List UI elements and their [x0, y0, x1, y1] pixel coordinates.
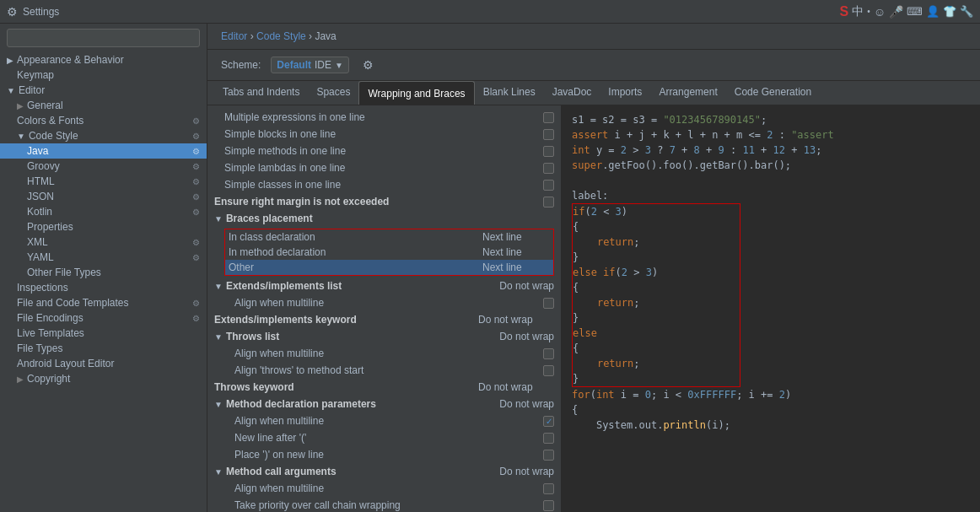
sidebar-item-keymap[interactable]: Keymap: [0, 67, 207, 83]
sidebar-item-inspections[interactable]: Inspections: [0, 280, 207, 295]
icon-wrench[interactable]: 🔧: [960, 5, 973, 18]
checkbox-priority-call-chain[interactable]: [543, 500, 554, 511]
sidebar-item-general[interactable]: ▶ General: [0, 98, 207, 113]
setting-align-multiline-ext[interactable]: Align when multiline: [207, 294, 561, 311]
scheme-label: Scheme:: [221, 59, 261, 71]
setting-label: Align 'throws' to method start: [234, 364, 536, 376]
setting-simple-methods[interactable]: Simple methods in one line: [207, 143, 561, 159]
sidebar-item-appearance[interactable]: ▶ Appearance & Behavior: [0, 52, 207, 67]
sidebar-item-properties[interactable]: Properties: [0, 219, 207, 234]
icon-keyboard[interactable]: ⌨: [907, 5, 923, 18]
section-braces-placement[interactable]: ▼ Braces placement: [207, 210, 561, 227]
sidebar-item-kotlin[interactable]: Kotlin ⚙: [0, 204, 207, 219]
setting-priority-call-chain[interactable]: Take priority over call chain wrapping: [207, 497, 561, 512]
section-method-call-args[interactable]: ▼ Method call arguments Do not wrap: [207, 463, 561, 480]
tab-imports[interactable]: Imports: [600, 81, 650, 105]
sidebar-item-file-types[interactable]: File Types: [0, 341, 207, 356]
title-bar: ⚙ Settings S 中 • ☺ 🎤 ⌨ 👤 👕 🔧: [0, 0, 980, 24]
sidebar-item-xml[interactable]: XML ⚙: [0, 234, 207, 250]
setting-extends-keyword[interactable]: Extends/implements keyword Do not wrap: [207, 311, 561, 328]
search-input[interactable]: [7, 29, 200, 47]
icon-chinese[interactable]: 中: [852, 4, 864, 19]
setting-value: Do not wrap: [478, 314, 554, 326]
section-value: Do not wrap: [499, 331, 554, 342]
sidebar-item-html[interactable]: HTML ⚙: [0, 174, 207, 189]
sidebar-item-file-code-templates[interactable]: File and Code Templates ⚙: [0, 295, 207, 310]
toolbar-icons: S 中 • ☺ 🎤 ⌨ 👤 👕 🔧: [840, 4, 973, 19]
tab-blank-lines[interactable]: Blank Lines: [475, 81, 544, 105]
checkbox-newline-after-paren-decl[interactable]: [543, 433, 554, 444]
checkbox-align-throws[interactable]: [543, 348, 554, 359]
checkbox-multiple-expr[interactable]: [543, 112, 554, 123]
checkbox-simple-lambdas[interactable]: [543, 163, 554, 174]
tab-code-generation[interactable]: Code Generation: [726, 81, 820, 105]
tab-tabs-indents[interactable]: Tabs and Indents: [214, 81, 308, 105]
setting-align-call-args[interactable]: Align when multiline: [207, 480, 561, 497]
section-method-decl-params[interactable]: ▼ Method declaration parameters Do not w…: [207, 396, 561, 412]
checkbox-ensure-margin[interactable]: [543, 197, 554, 207]
breadcrumb-editor[interactable]: Editor: [221, 30, 247, 42]
scheme-select[interactable]: Default IDE ▼: [271, 57, 349, 73]
setting-ensure-margin[interactable]: Ensure right margin is not exceeded: [207, 193, 561, 210]
settings-icon: ⚙: [192, 192, 200, 202]
breadcrumb-code-style[interactable]: Code Style: [256, 30, 306, 42]
checkbox-align-method-decl[interactable]: [543, 416, 554, 427]
section-extends-list[interactable]: ▼ Extends/implements list Do not wrap: [207, 278, 561, 294]
checkbox-simple-blocks[interactable]: [543, 129, 554, 140]
sidebar-item-copyright[interactable]: ▶ Copyright: [0, 371, 207, 386]
sidebar-item-label: Java: [27, 145, 48, 157]
sidebar-item-android-layout[interactable]: Android Layout Editor: [0, 356, 207, 371]
braces-value: Next line: [482, 261, 550, 273]
sidebar-item-code-style[interactable]: ▼ Code Style ⚙: [0, 128, 207, 143]
setting-simple-lambdas[interactable]: Simple lambdas in one line: [207, 159, 561, 176]
setting-align-throws[interactable]: Align when multiline: [207, 345, 561, 362]
arrow-icon: ▼: [17, 132, 25, 141]
sidebar-item-file-encodings[interactable]: File Encodings ⚙: [0, 310, 207, 326]
setting-simple-classes[interactable]: Simple classes in one line: [207, 176, 561, 193]
sidebar-item-java[interactable]: Java ⚙: [0, 143, 207, 159]
sidebar-item-label: Copyright: [27, 373, 70, 385]
braces-table: In class declaration Next line In method…: [224, 229, 554, 276]
tab-wrapping-braces[interactable]: Wrapping and Braces: [358, 81, 474, 105]
setting-simple-blocks[interactable]: Simple blocks in one line: [207, 126, 561, 143]
sidebar-item-groovy[interactable]: Groovy ⚙: [0, 159, 207, 174]
scheme-row: Scheme: Default IDE ▼ ⚙: [207, 50, 980, 81]
icon-shirt[interactable]: 👕: [943, 5, 956, 18]
setting-align-method-decl[interactable]: Align when multiline: [207, 412, 561, 429]
sidebar-item-label: JSON: [27, 191, 54, 202]
setting-place-paren-decl[interactable]: Place ')' on new line: [207, 446, 561, 463]
icon-smiley[interactable]: ☺: [874, 5, 886, 19]
section-label: Method call arguments: [226, 466, 337, 477]
icon-mic[interactable]: 🎤: [889, 5, 903, 19]
tab-spaces[interactable]: Spaces: [308, 81, 358, 105]
tab-javadoc[interactable]: JavaDoc: [544, 81, 600, 105]
setting-multiple-expr[interactable]: Multiple expressions in one line: [207, 109, 561, 126]
sidebar-item-other-file-types[interactable]: Other File Types: [0, 265, 207, 280]
sidebar-item-label: HTML: [27, 175, 55, 187]
sidebar-item-yaml[interactable]: YAML ⚙: [0, 250, 207, 265]
braces-row-class[interactable]: In class declaration Next line: [225, 229, 553, 245]
setting-throws-keyword[interactable]: Throws keyword Do not wrap: [207, 379, 561, 396]
checkbox-align-throws-start[interactable]: [543, 365, 554, 376]
sidebar-item-colors-fonts[interactable]: Colors & Fonts ⚙: [0, 113, 207, 128]
checkbox-align-multiline-ext[interactable]: [543, 298, 554, 309]
setting-label: Align when multiline: [234, 415, 536, 427]
setting-newline-after-paren-decl[interactable]: New line after '(': [207, 429, 561, 446]
scheme-settings-button[interactable]: ⚙: [359, 57, 377, 73]
icon-user[interactable]: 👤: [926, 5, 940, 18]
braces-row-other[interactable]: Other Next line: [225, 260, 553, 275]
sidebar-item-label: XML: [27, 236, 48, 248]
sidebar-item-json[interactable]: JSON ⚙: [0, 189, 207, 204]
section-throws-list[interactable]: ▼ Throws list Do not wrap: [207, 328, 561, 345]
checkbox-align-call-args[interactable]: [543, 483, 554, 494]
sidebar-item-live-templates[interactable]: Live Templates: [0, 326, 207, 341]
checkbox-simple-classes[interactable]: [543, 180, 554, 191]
icon-s[interactable]: S: [840, 4, 849, 19]
sidebar-item-editor[interactable]: ▼ Editor: [0, 83, 207, 98]
checkbox-simple-methods[interactable]: [543, 146, 554, 157]
setting-align-throws-start[interactable]: Align 'throws' to method start: [207, 362, 561, 379]
tab-arrangement[interactable]: Arrangement: [650, 81, 725, 105]
braces-row-method[interactable]: In method declaration Next line: [225, 245, 553, 260]
checkbox-place-paren-decl[interactable]: [543, 450, 554, 461]
setting-label: Align when multiline: [234, 348, 536, 359]
